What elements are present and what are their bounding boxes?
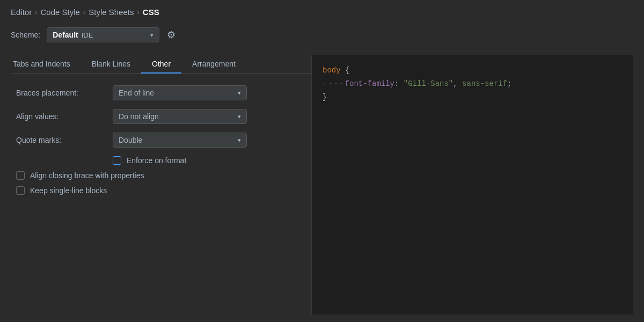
braces-placement-label: Braces placement: <box>16 89 113 97</box>
code-comma-1: , <box>453 77 457 91</box>
settings-area: Braces placement: End of line ▾ Align va… <box>11 85 311 201</box>
quote-marks-value: Double <box>119 136 142 144</box>
scheme-dropdown-arrow-icon: ▾ <box>150 32 153 39</box>
align-values-label: Align values: <box>16 112 113 121</box>
quote-marks-arrow-icon: ▾ <box>238 137 241 144</box>
tab-arrangement[interactable]: Arrangement <box>181 55 246 74</box>
scheme-select-text: Default IDE <box>53 31 93 39</box>
braces-placement-value: End of line <box>119 89 154 97</box>
code-string-gill-sans: "Gill·Sans" <box>399 77 453 91</box>
breadcrumb-sep-2: › <box>83 8 85 16</box>
braces-placement-row: Braces placement: End of line ▾ <box>16 85 311 100</box>
breadcrumb: Editor › Code Style › Style Sheets › CSS <box>11 8 633 17</box>
tab-other[interactable]: Other <box>141 55 181 74</box>
enforce-on-format-label: Enforce on format <box>127 156 186 165</box>
enforce-on-format-checkbox[interactable] <box>113 156 121 165</box>
align-values-row: Align values: Do not align ▾ <box>16 109 311 124</box>
scheme-select[interactable]: Default IDE ▾ <box>47 27 159 42</box>
breadcrumb-css[interactable]: CSS <box>143 8 159 17</box>
scheme-sub-text: IDE <box>82 31 93 39</box>
align-values-arrow-icon: ▾ <box>238 113 241 120</box>
breadcrumb-sep-3: › <box>137 8 139 16</box>
scheme-bold-text: Default <box>53 31 78 39</box>
code-line-2: ····font-family: "Gill·Sans", sans-serif… <box>323 77 623 91</box>
breadcrumb-style-sheets[interactable]: Style Sheets <box>89 8 134 17</box>
scheme-label: Scheme: <box>11 31 40 39</box>
align-closing-brace-row: Align closing brace with properties <box>16 171 311 180</box>
code-colon: : <box>394 77 399 91</box>
braces-placement-select[interactable]: End of line ▾ <box>113 85 247 100</box>
code-brace-close: } <box>323 91 327 104</box>
breadcrumb-code-style[interactable]: Code Style <box>41 8 80 17</box>
enforce-on-format-row: Enforce on format <box>16 156 311 165</box>
keep-single-line-label: Keep single-line blocks <box>30 186 107 195</box>
tabs: Tabs and Indents Blank Lines Other Arran… <box>11 55 311 74</box>
braces-placement-arrow-icon: ▾ <box>238 90 241 97</box>
quote-marks-row: Quote marks: Double ▾ <box>16 133 311 148</box>
main-content: Tabs and Indents Blank Lines Other Arran… <box>11 55 633 314</box>
align-closing-brace-checkbox[interactable] <box>16 171 25 180</box>
keep-single-line-row: Keep single-line blocks <box>16 186 311 195</box>
quote-marks-select[interactable]: Double ▾ <box>113 133 247 148</box>
code-keyword-body: body <box>323 64 341 77</box>
breadcrumb-editor[interactable]: Editor <box>11 8 32 17</box>
align-values-value: Do not align <box>119 112 159 121</box>
breadcrumb-sep-1: › <box>35 8 37 16</box>
align-values-select[interactable]: Do not align ▾ <box>113 109 247 124</box>
code-line-3: } <box>323 91 623 104</box>
code-preview-panel: body { ····font-family: "Gill·Sans", san… <box>311 55 633 314</box>
code-semicolon: ; <box>507 77 511 91</box>
code-property-font-family: font-family <box>345 77 394 91</box>
code-brace-open: { <box>341 64 350 77</box>
left-panel: Tabs and Indents Blank Lines Other Arran… <box>11 55 311 314</box>
align-closing-brace-label: Align closing brace with properties <box>30 171 144 180</box>
scheme-row: Scheme: Default IDE ▾ ⚙ <box>11 27 633 42</box>
code-line-1: body { <box>323 64 623 77</box>
quote-marks-label: Quote marks: <box>16 136 113 144</box>
code-indent-dots: ···· <box>323 77 345 91</box>
code-string-sans-serif: sans-serif <box>458 77 507 91</box>
keep-single-line-checkbox[interactable] <box>16 186 25 195</box>
tab-tabs-and-indents[interactable]: Tabs and Indents <box>11 55 81 74</box>
tab-blank-lines[interactable]: Blank Lines <box>81 55 141 74</box>
gear-icon[interactable]: ⚙ <box>166 28 177 42</box>
